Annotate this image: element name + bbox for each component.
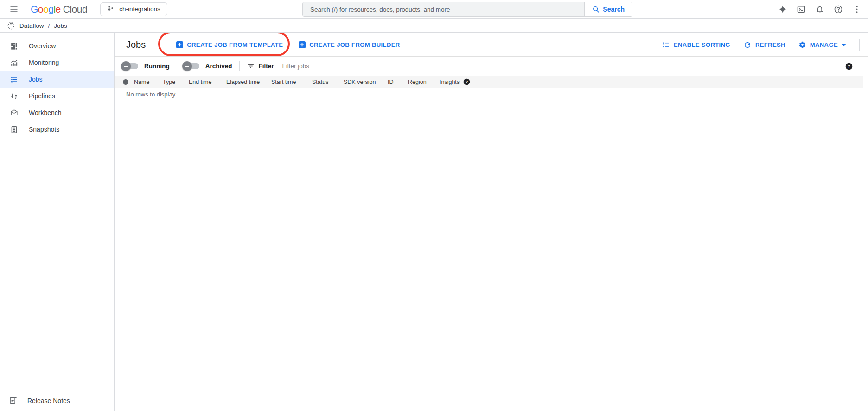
breadcrumb: Dataflow / Jobs <box>0 19 868 33</box>
enable-sorting-label: ENABLE SORTING <box>674 41 730 48</box>
sidebar-item-monitoring[interactable]: Monitoring <box>0 54 114 71</box>
top-app-bar: Google Cloud ch-integrations Search <box>0 0 868 19</box>
sidebar-footer-label: Release Notes <box>27 397 70 405</box>
search-input[interactable] <box>303 2 584 16</box>
search-bar: Search <box>302 2 632 17</box>
sidebar-item-snapshots[interactable]: Snapshots <box>0 121 114 138</box>
column-header-id: ID <box>388 79 408 85</box>
manage-button[interactable]: MANAGE <box>798 41 846 49</box>
page-title: Jobs <box>126 39 146 50</box>
gear-icon <box>798 41 806 49</box>
running-toggle-label: Running <box>144 63 170 70</box>
google-cloud-logo[interactable]: Google Cloud <box>31 4 87 15</box>
manage-label: MANAGE <box>810 41 838 48</box>
archived-toggle[interactable] <box>184 63 199 69</box>
project-name: ch-integrations <box>119 6 160 13</box>
filter-jobs-input[interactable]: Filter jobs <box>282 63 310 70</box>
column-header-insights: Insights <box>440 79 460 85</box>
breadcrumb-service[interactable]: Dataflow <box>19 22 44 29</box>
sidebar-item-jobs[interactable]: Jobs <box>0 71 114 88</box>
sidebar-item-label: Workbench <box>29 109 62 116</box>
google-logo-wordmark: Google <box>31 4 61 15</box>
sidebar-item-label: Monitoring <box>29 59 59 66</box>
filter-divider <box>239 61 240 71</box>
toolbar-divider <box>859 39 860 51</box>
empty-table-message: No rows to display <box>115 88 863 101</box>
plus-icon <box>176 41 183 48</box>
release-notes-icon <box>9 396 18 406</box>
dataflow-icon <box>6 21 15 30</box>
sort-list-icon <box>662 41 670 49</box>
filter-divider <box>177 61 177 71</box>
column-header-start-time: Start time <box>271 79 312 85</box>
filter-right-divider <box>859 61 859 72</box>
sidebar: Overview Monitoring <box>0 33 115 411</box>
plus-icon <box>299 41 306 48</box>
hamburger-menu-icon[interactable] <box>6 2 21 17</box>
toggle-knob-minus-icon <box>121 61 131 71</box>
refresh-label: REFRESH <box>755 41 785 48</box>
column-header-end-time: End time <box>189 79 226 85</box>
filter-label: Filter <box>259 63 274 70</box>
help-icon[interactable] <box>831 2 846 17</box>
search-icon <box>592 6 600 13</box>
column-header-region: Region <box>408 79 440 85</box>
refresh-icon <box>743 41 752 49</box>
gemini-icon[interactable] <box>775 2 790 17</box>
topbar-utilities <box>775 2 864 17</box>
help-badge-icon: ? <box>463 78 470 85</box>
project-icon <box>107 5 115 13</box>
sidebar-item-label: Snapshots <box>29 126 59 133</box>
pipelines-icon <box>9 92 19 101</box>
filter-bar-right: ? <box>845 61 868 72</box>
cloud-wordmark: Cloud <box>63 4 87 15</box>
main-content: Jobs CREATE JOB FROM TEMPLATE CREATE JOB… <box>115 33 868 411</box>
filter-bar: Running Archived Filter Filter jobs ? <box>115 57 868 76</box>
column-header-status: Status <box>312 79 344 85</box>
header-actions: ENABLE SORTING REFRESH MANAGE <box>662 33 868 57</box>
sidebar-item-pipelines[interactable]: Pipelines <box>0 88 114 104</box>
search-button-label: Search <box>603 6 625 13</box>
column-header-type: Type <box>163 79 189 85</box>
cloud-shell-icon[interactable] <box>794 2 809 17</box>
create-job-from-builder-label: CREATE JOB FROM BUILDER <box>309 41 400 48</box>
create-job-from-template-label: CREATE JOB FROM TEMPLATE <box>187 41 283 48</box>
notifications-icon[interactable] <box>812 2 827 17</box>
help-badge-icon[interactable]: ? <box>845 63 853 70</box>
insights-help-badge[interactable]: ? <box>463 78 470 85</box>
monitoring-icon <box>9 58 19 67</box>
snapshots-icon <box>9 125 19 134</box>
running-toggle[interactable] <box>123 63 138 69</box>
svg-text:?: ? <box>848 64 850 69</box>
gcp-console-window: Google Cloud ch-integrations Search <box>0 0 868 411</box>
project-selector-button[interactable]: ch-integrations <box>100 2 167 16</box>
page-header: Jobs CREATE JOB FROM TEMPLATE CREATE JOB… <box>115 33 868 57</box>
svg-text:?: ? <box>466 80 468 84</box>
status-dot-icon <box>123 79 128 85</box>
more-vert-icon[interactable] <box>849 2 864 17</box>
refresh-button[interactable]: REFRESH <box>743 41 785 49</box>
create-job-from-builder-button[interactable]: CREATE JOB FROM BUILDER <box>299 41 400 48</box>
breadcrumb-page: Jobs <box>54 22 67 29</box>
chevron-down-icon <box>842 44 846 46</box>
column-header-sdk-version: SDK version <box>344 79 388 85</box>
enable-sorting-button[interactable]: ENABLE SORTING <box>662 41 730 49</box>
breadcrumb-separator: / <box>48 22 50 29</box>
toggle-knob-minus-icon <box>182 61 192 71</box>
archived-toggle-label: Archived <box>205 63 232 70</box>
dashboard-icon <box>9 42 19 51</box>
sidebar-item-label: Pipelines <box>29 92 55 100</box>
sidebar-item-workbench[interactable]: Workbench <box>0 104 114 121</box>
column-header-elapsed-time: Elapsed time <box>226 79 271 85</box>
filter-list-icon <box>247 62 255 70</box>
column-header-name: Name <box>134 79 163 85</box>
sidebar-item-label: Jobs <box>29 76 43 83</box>
workbench-icon <box>9 109 19 117</box>
create-job-from-template-button[interactable]: CREATE JOB FROM TEMPLATE <box>176 41 283 48</box>
sidebar-item-release-notes[interactable]: Release Notes <box>0 391 114 411</box>
sidebar-item-overview[interactable]: Overview <box>0 38 114 54</box>
jobs-list-icon <box>9 75 19 84</box>
search-button[interactable]: Search <box>584 2 632 16</box>
jobs-table-header: Name Type End time Elapsed time Start ti… <box>115 76 863 88</box>
sidebar-item-label: Overview <box>29 42 56 50</box>
